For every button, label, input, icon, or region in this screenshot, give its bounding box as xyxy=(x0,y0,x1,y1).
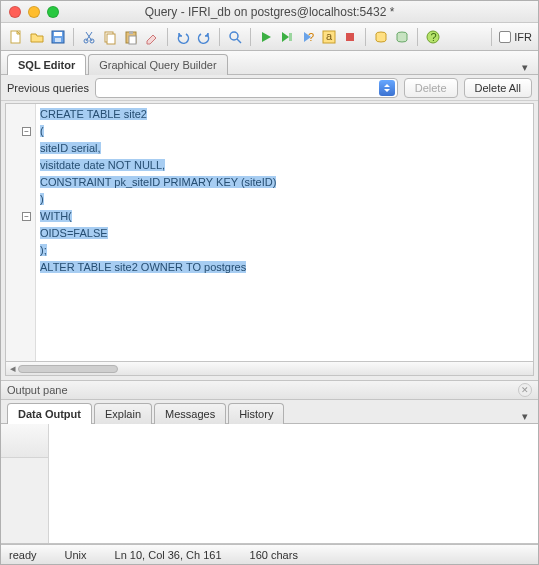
delete-all-button[interactable]: Delete All xyxy=(464,78,532,98)
previous-queries-row: Previous queries Delete Delete All xyxy=(1,75,538,101)
search-icon[interactable] xyxy=(226,28,244,46)
status-ready: ready xyxy=(9,549,37,561)
tab-data-output[interactable]: Data Output xyxy=(7,403,92,424)
fold-minus-icon[interactable]: − xyxy=(22,127,31,136)
tab-graphical-query-builder[interactable]: Graphical Query Builder xyxy=(88,54,227,75)
chevron-up-down-icon xyxy=(379,80,395,96)
explain-analyze-icon[interactable]: a xyxy=(320,28,338,46)
execute-icon[interactable] xyxy=(257,28,275,46)
checkbox-icon xyxy=(499,31,511,43)
editor-wrap: − − CREATE TABLE site2 ( siteID serial, … xyxy=(1,101,538,380)
execute-pgscript-icon[interactable] xyxy=(278,28,296,46)
paste-icon[interactable] xyxy=(122,28,140,46)
previous-queries-label: Previous queries xyxy=(7,82,89,94)
status-position: Ln 10, Col 36, Ch 161 xyxy=(115,549,222,561)
tab-overflow-icon[interactable]: ▾ xyxy=(518,410,532,423)
svg-point-11 xyxy=(230,32,238,40)
copy-icon[interactable] xyxy=(101,28,119,46)
statusbar: ready Unix Ln 10, Col 36, Ch 161 160 cha… xyxy=(1,544,538,564)
titlebar: Query - IFRI_db on postgres@localhost:54… xyxy=(1,1,538,23)
code-area[interactable]: CREATE TABLE site2 ( siteID serial, visi… xyxy=(36,104,533,361)
open-icon[interactable] xyxy=(28,28,46,46)
new-icon[interactable] xyxy=(7,28,25,46)
output-tabs: Data Output Explain Messages History ▾ xyxy=(1,400,538,424)
cancel-icon[interactable] xyxy=(341,28,359,46)
scratchpad-toggle[interactable]: IFR xyxy=(499,31,532,43)
svg-rect-16 xyxy=(346,33,354,41)
redo-icon[interactable] xyxy=(195,28,213,46)
fold-minus-icon[interactable]: − xyxy=(22,212,31,221)
save-icon[interactable] xyxy=(49,28,67,46)
tab-overflow-icon[interactable]: ▾ xyxy=(518,61,532,74)
horizontal-scrollbar[interactable]: ◂ xyxy=(5,362,534,376)
scroll-thumb[interactable] xyxy=(18,365,118,373)
tab-explain[interactable]: Explain xyxy=(94,403,152,424)
main-tabs: SQL Editor Graphical Query Builder ▾ xyxy=(1,51,538,75)
previous-queries-combo[interactable] xyxy=(95,78,398,98)
svg-rect-9 xyxy=(129,31,133,34)
connect-icon[interactable] xyxy=(372,28,390,46)
grid-corner-cell xyxy=(1,424,48,458)
svg-rect-7 xyxy=(107,34,115,44)
svg-text:?: ? xyxy=(431,31,437,43)
svg-rect-3 xyxy=(55,38,61,42)
window-title: Query - IFRI_db on postgres@localhost:54… xyxy=(1,5,538,19)
editor-gutter: − − xyxy=(6,104,36,361)
toolbar: ? a ? IFR xyxy=(1,23,538,51)
grid-row-header xyxy=(1,424,49,543)
clear-icon[interactable] xyxy=(143,28,161,46)
tab-sql-editor[interactable]: SQL Editor xyxy=(7,54,86,75)
cut-icon[interactable] xyxy=(80,28,98,46)
grid-body[interactable] xyxy=(49,424,538,543)
help-icon[interactable]: ? xyxy=(424,28,442,46)
tab-history[interactable]: History xyxy=(228,403,284,424)
delete-button[interactable]: Delete xyxy=(404,78,458,98)
output-pane-header: Output pane ✕ xyxy=(1,380,538,400)
favorites-icon[interactable] xyxy=(393,28,411,46)
explain-icon[interactable]: ? xyxy=(299,28,317,46)
undo-icon[interactable] xyxy=(174,28,192,46)
svg-text:?: ? xyxy=(308,31,314,43)
scratchpad-label: IFR xyxy=(514,31,532,43)
svg-rect-2 xyxy=(54,32,62,36)
svg-rect-12 xyxy=(289,33,292,41)
pane-close-icon[interactable]: ✕ xyxy=(518,383,532,397)
status-chars: 160 chars xyxy=(250,549,298,561)
output-pane-label: Output pane xyxy=(7,384,68,396)
svg-rect-10 xyxy=(129,36,136,44)
data-output-grid xyxy=(1,424,538,544)
tab-messages[interactable]: Messages xyxy=(154,403,226,424)
svg-text:a: a xyxy=(326,30,333,42)
status-encoding: Unix xyxy=(65,549,87,561)
sql-editor[interactable]: − − CREATE TABLE site2 ( siteID serial, … xyxy=(5,103,534,362)
